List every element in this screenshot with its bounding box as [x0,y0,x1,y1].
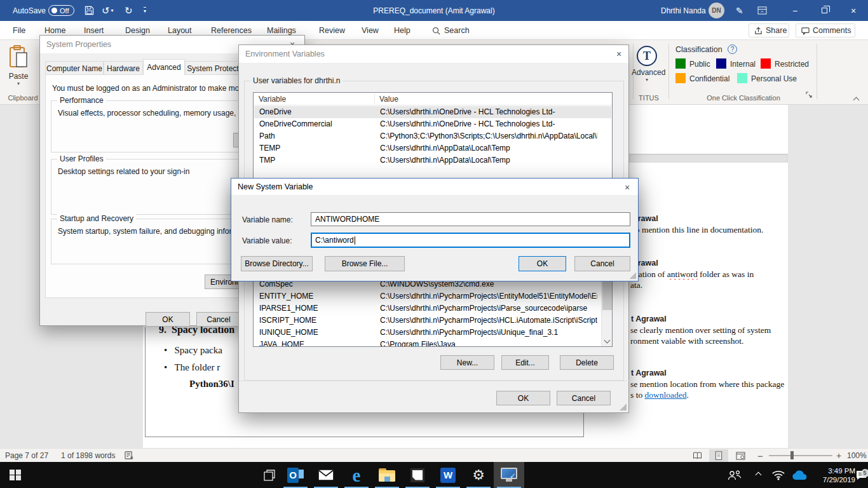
list-row-onedrivecommercial[interactable]: OneDriveCommercialC:\Users\dhrthi.n\OneD… [254,118,611,130]
classification-public-label[interactable]: Public [689,60,710,69]
browse-file-button[interactable]: Browse File... [325,256,405,271]
ok-button[interactable]: OK [146,312,190,327]
undo-icon[interactable]: ↺▾ [102,0,114,21]
ink-pen-icon[interactable]: ✎ [736,0,743,21]
tab-review[interactable]: Review [318,21,346,40]
classification-personal-label[interactable]: Personal Use [751,74,797,83]
tab-help[interactable]: Help [393,21,412,40]
classification-personal-swatch[interactable] [737,73,747,83]
save-icon[interactable] [85,0,94,21]
restore-button[interactable] [813,0,835,21]
redo-icon[interactable]: ↻ [125,0,133,21]
list-header[interactable]: Variable Value [254,93,612,105]
ok-button[interactable]: OK [496,391,550,405]
web-layout-icon[interactable] [731,449,750,462]
comment-author[interactable]: t Agrawal [631,315,783,323]
close-icon[interactable]: × [611,47,627,61]
zoom-level[interactable]: 100% [847,449,867,463]
comment-text[interactable]: s to downloaded. [630,390,787,400]
list-row-iscript-home[interactable]: ISCRIPT_HOMEC:\Users\dhrthi.n\PycharmPro… [254,315,611,327]
column-divider[interactable] [374,94,375,104]
word-count[interactable]: 1 of 1898 words [61,449,115,463]
ribbon-display-options-icon[interactable] [757,0,767,21]
start-button[interactable] [0,462,31,488]
tab-hardware[interactable]: Hardware [104,61,143,75]
resize-grip[interactable] [629,272,636,279]
scroll-down-icon[interactable] [602,336,613,346]
downloaded-link[interactable]: downloaded [645,390,687,400]
taskbar-outlook[interactable]: O [280,462,311,488]
account-name[interactable]: Dhrthi Nanda [661,0,706,21]
people-icon[interactable] [724,462,745,488]
print-layout-icon[interactable] [709,449,728,462]
zoom-slider-thumb[interactable] [790,451,794,459]
share-button[interactable]: Share [749,24,789,37]
comment-author[interactable]: t Agrawal [631,369,783,377]
classification-restricted-swatch[interactable] [761,58,771,69]
document-bullet-2[interactable]: • The folder r [164,362,240,373]
list-row-iunique-home[interactable]: IUNIQUE_HOMEC:\Users\dhrthi.n\PycharmPro… [254,327,611,339]
comment-text[interactable]: se clearly mention over setting of syste… [630,325,787,336]
dialog-launcher-icon[interactable] [806,92,812,98]
paste-button[interactable]: Paste ▾ [8,45,29,86]
tab-advanced[interactable]: Advanced [143,59,185,75]
classification-confidential-label[interactable]: Confidential [689,74,729,83]
close-button[interactable]: × [843,0,864,21]
customize-qat-icon[interactable]: ▾ [144,0,146,21]
column-variable[interactable]: Variable [259,95,286,104]
tab-file[interactable]: File [11,21,27,40]
list-row-onedrive[interactable]: OneDriveC:\Users\dhrthi.n\OneDrive - HCL… [254,106,611,118]
tab-computer-name[interactable]: Computer Name [45,61,104,75]
titus-advanced-label[interactable]: Advanced [632,68,665,77]
comment-text[interactable]: ronment vaiable with screenshot. [630,336,787,346]
classification-internal-label[interactable]: Internal [730,60,756,69]
classification-internal-swatch[interactable] [716,58,726,69]
ok-button[interactable]: OK [519,256,566,271]
variable-value-input[interactable]: C:\antiword [311,233,630,248]
action-center-icon[interactable]: 5 [854,462,868,488]
list-row-path[interactable]: PathC:\Python3;C:\Python3\Scripts;C:\Use… [254,130,611,142]
cancel-button[interactable]: Cancel [574,256,630,271]
taskbar-edge[interactable]: e [341,462,372,488]
comments-button[interactable]: Comments [796,24,855,37]
wifi-icon[interactable] [769,462,788,488]
comment-text[interactable]: ocation of antiword folder as was in [630,269,787,280]
document-bold-fragment[interactable]: Python36\I [189,379,240,390]
classification-confidential-swatch[interactable] [675,73,686,83]
taskbar-word[interactable]: W [433,462,463,488]
help-icon[interactable]: ? [728,44,737,54]
taskbar-mail[interactable] [311,462,341,488]
taskbar-notes-app[interactable] [402,462,433,488]
list-row-entity-home[interactable]: ENTITY_HOMEC:\Users\dhrthi.n\PycharmProj… [254,290,611,302]
close-icon[interactable]: × [619,180,635,194]
variable-name-input[interactable]: ANTIWORDHOME [311,212,630,226]
onedrive-icon[interactable] [789,462,810,488]
list-row-temp[interactable]: TEMPC:\Users\dhrthi.n\AppData\Local\Temp [254,142,611,154]
titus-advanced-icon[interactable]: T [637,46,657,66]
zoom-out-button[interactable]: − [757,449,763,463]
comment-text[interactable]: to mention this line in documentation. [633,225,787,235]
ribbon-search[interactable]: Search [431,21,471,40]
avatar[interactable]: DN [709,0,724,21]
classification-restricted-label[interactable]: Restricted [775,60,809,69]
list-row-tmp[interactable]: TMPC:\Users\dhrthi.n\AppData\Local\Temp [254,154,611,166]
comment-text[interactable]: se mention location from where this pack… [630,379,787,390]
read-mode-icon[interactable] [688,449,707,462]
new-button[interactable]: New... [440,355,494,370]
proofing-icon[interactable] [125,449,134,463]
classification-public-swatch[interactable] [675,58,686,69]
zoom-in-button[interactable]: + [836,449,841,463]
taskbar-settings[interactable]: ⚙ [463,462,494,488]
tab-view[interactable]: View [360,21,380,40]
comment-author[interactable]: grawal [633,259,785,268]
column-value[interactable]: Value [379,95,398,104]
show-hidden-icons-chevron[interactable] [750,462,766,488]
list-row-java-home[interactable]: JAVA_HOMEC:\Program Files\Java [254,339,611,347]
list-row-iparse1-home[interactable]: IPARSE1_HOMEC:\Users\dhrthi.n\PycharmPro… [254,302,611,315]
taskbar-file-explorer[interactable] [372,462,402,488]
page-indicator[interactable]: Page 7 of 27 [5,449,48,463]
delete-button[interactable]: Delete [560,355,614,370]
autosave-toggle[interactable]: Off [48,0,74,21]
minimize-button[interactable]: − [784,0,806,21]
taskbar-system-properties[interactable]: ✓ [494,462,524,488]
